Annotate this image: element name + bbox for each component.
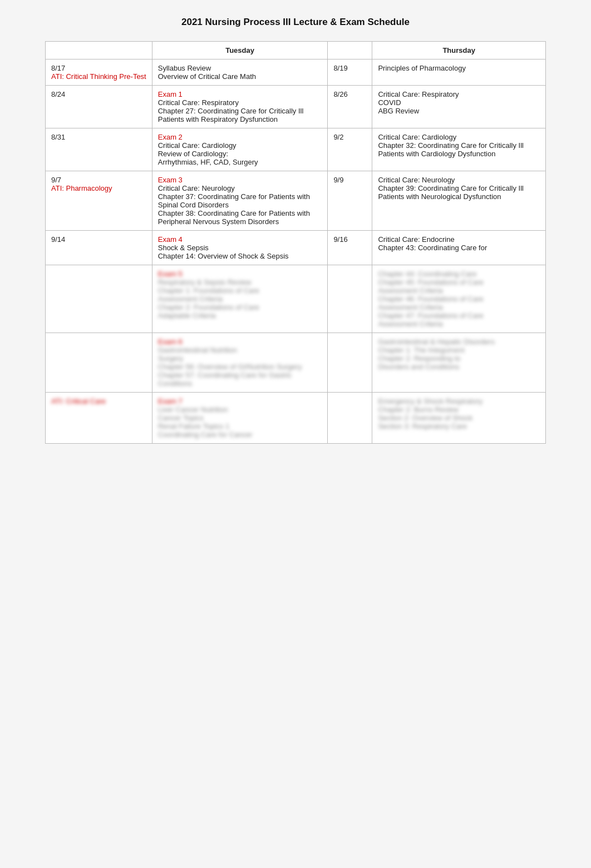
col-header-tue-date <box>46 42 152 59</box>
tuesday-date-cell: 8/31 <box>46 128 152 171</box>
thursday-date-cell <box>328 393 372 444</box>
thursday-date-cell: 9/9 <box>328 171 372 231</box>
thursday-date-cell <box>328 265 372 333</box>
table-row: ATI: Critical CareExam 7Liver Cancer Nut… <box>46 393 546 444</box>
col-header-thursday: Thursday <box>372 42 546 59</box>
tuesday-content-cell: Exam 2Critical Care: CardiologyReview of… <box>152 128 328 171</box>
thursday-date-cell: 9/16 <box>328 231 372 265</box>
tuesday-date-cell: 9/7ATI: Pharmacology <box>46 171 152 231</box>
table-row: 8/24Exam 1Critical Care: RespiratoryChap… <box>46 86 546 128</box>
col-header-thu-date <box>328 42 372 59</box>
col-header-tuesday: Tuesday <box>152 42 328 59</box>
table-row: Exam 6Gastrointestinal NutritionSurgeryC… <box>46 333 546 393</box>
thursday-date-cell: 8/19 <box>328 59 372 86</box>
tuesday-content-cell: Exam 4Shock & SepsisChapter 14: Overview… <box>152 231 328 265</box>
page-title: 2021 Nursing Process III Lecture & Exam … <box>11 17 580 28</box>
thursday-date-cell: 8/26 <box>328 86 372 128</box>
tuesday-content-cell: Exam 6Gastrointestinal NutritionSurgeryC… <box>152 333 328 393</box>
thursday-content-cell: Critical Care: RespiratoryCOVIDABG Revie… <box>372 86 546 128</box>
thursday-content-cell: Critical Care: CardiologyChapter 32: Coo… <box>372 128 546 171</box>
tuesday-date-cell: 8/17ATI: Critical Thinking Pre-Test <box>46 59 152 86</box>
tuesday-content-cell: Exam 7Liver Cancer NutritionCancer Topic… <box>152 393 328 444</box>
tuesday-content-cell: Syllabus ReviewOverview of Critical Care… <box>152 59 328 86</box>
thursday-content-cell: Critical Care: NeurologyChapter 39: Coor… <box>372 171 546 231</box>
table-row: 9/14Exam 4Shock & SepsisChapter 14: Over… <box>46 231 546 265</box>
table-row: 9/7ATI: PharmacologyExam 3Critical Care:… <box>46 171 546 231</box>
tuesday-date-cell: ATI: Critical Care <box>46 393 152 444</box>
tuesday-date-cell: 8/24 <box>46 86 152 128</box>
thursday-content-cell: Gastrointestinal & Hepatic DisordersChap… <box>372 333 546 393</box>
table-row: 8/31Exam 2Critical Care: CardiologyRevie… <box>46 128 546 171</box>
table-row: 8/17ATI: Critical Thinking Pre-TestSylla… <box>46 59 546 86</box>
thursday-date-cell: 9/2 <box>328 128 372 171</box>
tuesday-content-cell: Exam 5Respiratory & Sepsis ReviewChapter… <box>152 265 328 333</box>
tuesday-content-cell: Exam 3Critical Care: NeurologyChapter 37… <box>152 171 328 231</box>
tuesday-date-cell <box>46 333 152 393</box>
thursday-content-cell: Principles of Pharmacology <box>372 59 546 86</box>
tuesday-content-cell: Exam 1Critical Care: RespiratoryChapter … <box>152 86 328 128</box>
thursday-content-cell: Critical Care: EndocrineChapter 43: Coor… <box>372 231 546 265</box>
thursday-content-cell: Emergency & Shock RespiratoryChapter 2: … <box>372 393 546 444</box>
tuesday-date-cell <box>46 265 152 333</box>
table-row: Exam 5Respiratory & Sepsis ReviewChapter… <box>46 265 546 333</box>
thursday-date-cell <box>328 333 372 393</box>
schedule-table: Tuesday Thursday 8/17ATI: Critical Think… <box>45 41 546 444</box>
tuesday-date-cell: 9/14 <box>46 231 152 265</box>
thursday-content-cell: Chapter 44: Coordinating CareChapter 45:… <box>372 265 546 333</box>
